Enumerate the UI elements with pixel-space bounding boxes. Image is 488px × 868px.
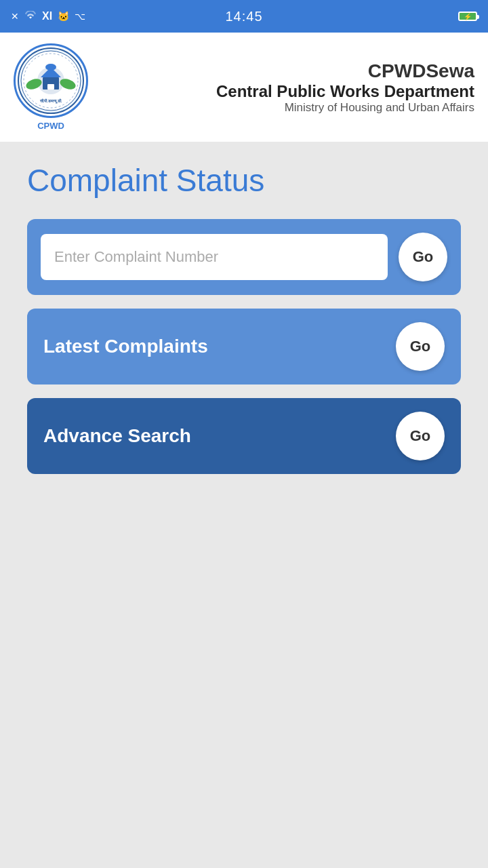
latest-complaints-label: Latest Complaints <box>43 336 208 357</box>
advance-search-label: Advance Search <box>43 425 191 447</box>
advance-search-section[interactable]: Advance Search Go <box>27 398 461 474</box>
status-icons-right: ⚡ <box>458 12 477 21</box>
svg-point-8 <box>45 64 56 71</box>
xi-icon: XI <box>42 10 52 22</box>
page-title: Complaint Status <box>27 162 461 199</box>
latest-complaints-go-button[interactable]: Go <box>396 322 445 371</box>
cpwd-logo: सी.पी.डब्ल्यू.डी. <box>14 43 88 118</box>
status-bar: ✕ XI 🐱 ⌥ 14:45 ⚡ <box>0 0 488 33</box>
logo-svg: सी.पी.डब्ल्यू.डी. <box>17 47 85 115</box>
main-content: Complaint Status Go Latest Complaints Go… <box>0 142 488 508</box>
logo-label: CPWD <box>14 121 88 131</box>
cat-icon: 🐱 <box>58 11 69 22</box>
advance-search-go-button[interactable]: Go <box>396 412 445 460</box>
app-name: CPWDSewa <box>102 60 474 82</box>
complaint-number-input[interactable] <box>41 234 388 280</box>
wifi-icon <box>24 11 37 22</box>
app-header: सी.पी.डब्ल्यू.डी. CPWD CPWDSewa Central … <box>0 33 488 142</box>
status-icons-left: ✕ XI 🐱 ⌥ <box>11 10 85 22</box>
close-icon: ✕ <box>11 11 19 22</box>
latest-complaints-section[interactable]: Latest Complaints Go <box>27 309 461 384</box>
dept-name: Central Public Works Department <box>102 82 474 101</box>
search-go-button[interactable]: Go <box>399 233 447 281</box>
svg-rect-7 <box>47 84 54 90</box>
complaint-number-section: Go <box>27 219 461 295</box>
status-time: 14:45 <box>225 9 262 24</box>
header-text: CPWDSewa Central Public Works Department… <box>102 60 474 115</box>
svg-text:सी.पी.डब्ल्यू.डी.: सी.पी.डब्ल्यू.डी. <box>39 98 62 104</box>
ministry-name: Ministry of Housing and Urban Affairs <box>102 101 474 115</box>
battery-icon: ⚡ <box>458 12 477 21</box>
usb-icon: ⌥ <box>75 11 85 22</box>
logo-container: सी.पी.डब्ल्यू.डी. CPWD <box>14 43 88 131</box>
